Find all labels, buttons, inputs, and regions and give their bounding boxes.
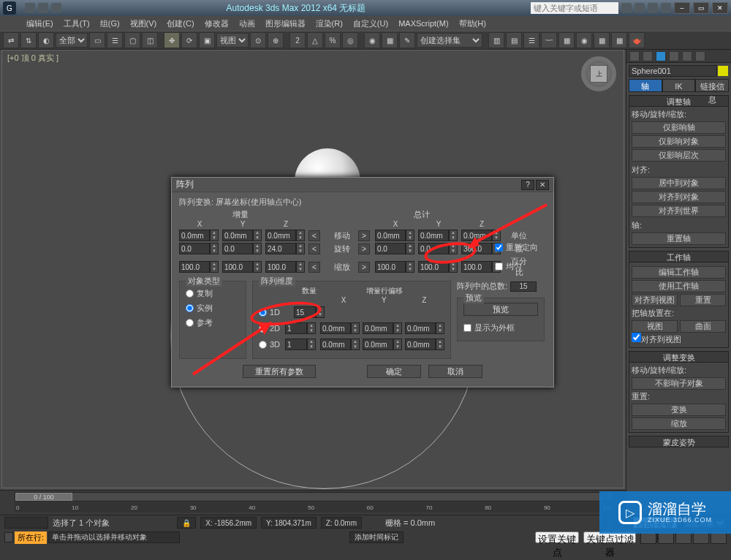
tool-move-icon[interactable]: ✥ (164, 32, 180, 48)
cmd-tab-display-icon[interactable] (682, 51, 692, 61)
coord-x[interactable]: X: -1856.2mm (200, 517, 257, 529)
menu-help[interactable]: 帮助(H) (455, 17, 491, 31)
tool-link-icon[interactable]: ⇄ (3, 32, 19, 48)
ref-coord-select[interactable]: 视图 (216, 33, 249, 48)
rot-inc-y[interactable]: ▲▼ (222, 243, 262, 254)
tool-asnap-icon[interactable]: △ (307, 32, 323, 48)
cmd-tab-hierarchy-icon[interactable] (656, 51, 666, 61)
subtab-linkinfo[interactable]: 链接信息 (695, 79, 729, 92)
off2d-x[interactable]: ▲▼ (320, 322, 360, 334)
tool-snap-icon[interactable]: 2 (289, 32, 306, 48)
btn-ok[interactable]: 确定 (367, 365, 421, 378)
off3d-z[interactable]: ▲▼ (405, 338, 444, 350)
btn-affect-pivot[interactable]: 仅影响轴 (632, 121, 726, 134)
menu-grapheditors[interactable]: 图形编辑器 (261, 17, 310, 31)
scale-inc-z[interactable]: ▲▼ (265, 261, 305, 273)
btn-align-to-world[interactable]: 对齐到世界 (632, 205, 726, 217)
scale-tot-y[interactable]: ▲▼ (418, 261, 458, 273)
tool-rectselect-icon[interactable]: ▢ (124, 32, 140, 48)
help-icon[interactable] (635, 3, 645, 13)
coord-z[interactable]: Z: 0.0mm (321, 517, 362, 529)
menu-tools[interactable]: 工具(T) (59, 17, 94, 31)
btn-affect-object[interactable]: 仅影响对象 (632, 135, 726, 148)
move-right-button[interactable]: > (358, 230, 370, 241)
rollout-working-pivot-header[interactable]: 工作轴 (629, 251, 729, 262)
radio-2d[interactable] (259, 325, 267, 333)
chk-align-to-view[interactable] (632, 333, 641, 342)
radio-reference[interactable] (186, 319, 194, 327)
tool-align-icon[interactable]: ▤ (506, 32, 522, 48)
rot-inc-z[interactable]: ▲▼ (265, 243, 305, 254)
tb-open-icon[interactable] (51, 3, 61, 13)
viewport-label[interactable]: [+0 顶 0 真实 ] (7, 53, 58, 64)
tool-curve-icon[interactable]: 〰 (541, 32, 557, 48)
move-tot-y[interactable]: ▲▼ (418, 230, 458, 241)
btn-place-surface[interactable]: 曲面 (680, 320, 726, 333)
tool-manip-icon[interactable]: ⊕ (268, 32, 284, 48)
radio-instance[interactable] (186, 304, 194, 312)
menu-customize[interactable]: 自定义(U) (349, 17, 393, 31)
scale-inc-y[interactable]: ▲▼ (222, 261, 262, 273)
lbl-add-time-tag[interactable]: 添加时间标记 (349, 531, 404, 543)
help-search-input[interactable] (531, 2, 618, 14)
window-restore-button[interactable]: ▭ (693, 2, 709, 14)
status-lock-icon[interactable]: 🔒 (177, 517, 196, 529)
btn-reset-wp[interactable]: 重置 (680, 294, 726, 306)
search-icon[interactable] (621, 3, 632, 13)
star2-icon[interactable] (661, 3, 671, 13)
btn-center-to-obj[interactable]: 居中到对象 (632, 177, 726, 189)
star-icon[interactable] (648, 3, 658, 13)
move-inc-x[interactable]: ▲▼ (179, 230, 219, 241)
tool-a3-icon[interactable]: ✎ (399, 32, 415, 48)
btn-reset-axis[interactable]: 重置轴 (632, 232, 726, 245)
count-3d[interactable]: ▲▼ (285, 338, 316, 350)
btn-align-to-obj[interactable]: 对齐到对象 (632, 191, 726, 203)
off2d-y[interactable]: ▲▼ (363, 322, 402, 334)
rollout-adjust-transform-header[interactable]: 调整变换 (629, 351, 729, 363)
tool-rfw-icon[interactable]: ▦ (611, 32, 627, 48)
count-2d[interactable]: ▲▼ (285, 322, 316, 334)
tool-unlink-icon[interactable]: ⇅ (20, 32, 37, 48)
tb-undo-icon[interactable] (25, 3, 35, 13)
off2d-z[interactable]: ▲▼ (405, 322, 444, 334)
move-inc-y[interactable]: ▲▼ (222, 230, 262, 241)
tool-mirror-icon[interactable]: ▥ (488, 32, 504, 48)
rot-inc-x[interactable]: ▲▼ (179, 243, 219, 254)
rollout-skin-pose-header[interactable]: 蒙皮姿势 (629, 436, 729, 447)
status-script-button[interactable] (4, 517, 48, 529)
radio-copy[interactable] (186, 290, 194, 298)
tool-a1-icon[interactable]: ◉ (364, 32, 380, 48)
menu-edit[interactable]: 编辑(E) (22, 17, 58, 31)
cmd-tab-utilities-icon[interactable] (695, 51, 705, 61)
tool-window-icon[interactable]: ◫ (142, 32, 158, 48)
off3d-y[interactable]: ▲▼ (363, 338, 402, 350)
btn-dont-affect-children[interactable]: 不影响子对象 (632, 377, 726, 390)
radio-1d[interactable] (259, 309, 267, 317)
selection-filter-select[interactable]: 全部 (56, 33, 88, 48)
time-ruler[interactable]: 0102030405060708090100 (15, 502, 614, 512)
menu-create[interactable]: 创建(C) (162, 17, 198, 31)
btn-edit-working-pivot[interactable]: 编辑工作轴 (632, 266, 726, 279)
subtab-pivot[interactable]: 轴 (629, 79, 662, 92)
tool-render-setup-icon[interactable]: ▦ (594, 32, 610, 48)
btn-use-working-pivot[interactable]: 使用工作轴 (632, 280, 726, 292)
chk-wireframe[interactable] (463, 324, 471, 332)
radio-3d[interactable] (259, 341, 267, 349)
tool-psnap-icon[interactable]: % (325, 32, 341, 48)
coord-y[interactable]: Y: 1804.371m (261, 517, 317, 529)
btn-reset-transform[interactable]: 变换 (632, 404, 726, 416)
chk-reorient[interactable] (495, 243, 503, 251)
tool-select-icon[interactable]: ▭ (89, 32, 105, 48)
move-tot-x[interactable]: ▲▼ (375, 230, 414, 241)
scale-inc-x[interactable]: ▲▼ (179, 261, 219, 273)
tool-selectname-icon[interactable]: ☰ (107, 32, 123, 48)
tool-layers-icon[interactable]: ☰ (523, 32, 539, 48)
object-color-swatch[interactable] (718, 66, 728, 76)
time-slider[interactable]: 0 / 100 (15, 492, 614, 502)
menu-animation[interactable]: 动画 (235, 17, 260, 31)
tool-ssnap-icon[interactable]: ◎ (342, 32, 358, 48)
menu-rendering[interactable]: 渲染(R) (311, 17, 347, 31)
btn-cancel[interactable]: 取消 (428, 365, 482, 378)
dialog-help-button[interactable]: ? (521, 180, 534, 190)
window-close-button[interactable]: ✕ (712, 2, 728, 14)
